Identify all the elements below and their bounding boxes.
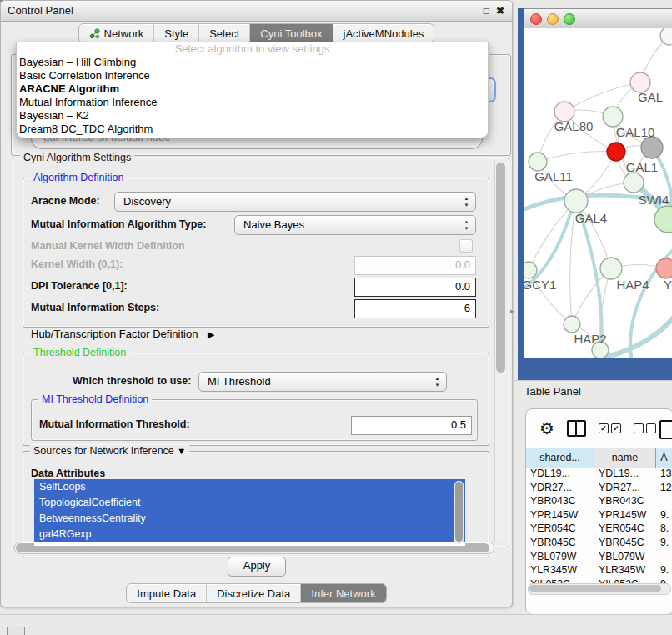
attributes-list-scrollbar[interactable]: [454, 481, 464, 544]
close-window-icon[interactable]: ✖: [496, 1, 504, 21]
table-header[interactable]: shared...nameA: [526, 448, 672, 468]
data-attributes-list[interactable]: SelfLoopsTopologicalCoefficientBetweenne…: [34, 479, 465, 546]
which-threshold-label: Which threshold to use:: [73, 372, 191, 390]
attribute-list-item[interactable]: BetweennessCentrality: [34, 511, 465, 527]
apply-button[interactable]: Apply: [228, 557, 286, 577]
bottom-strip-divider: [0, 614, 672, 615]
settings-vertical-scrollbar[interactable]: [494, 161, 506, 542]
network-edge[interactable]: [538, 152, 616, 162]
algorithm-option[interactable]: ARACNE Algorithm: [17, 82, 488, 96]
table-column-header[interactable]: name: [594, 448, 656, 468]
algorithm-option[interactable]: Mutual Information Inference: [17, 96, 488, 109]
network-node-label: SWI4: [639, 192, 669, 207]
algorithm-option[interactable]: Bayesian – K2: [17, 109, 488, 122]
network-node-topnode[interactable]: [660, 28, 672, 45]
table-row[interactable]: YBR043CYBR043C: [526, 494, 672, 508]
network-node-gal1[interactable]: [607, 142, 625, 161]
sources-group-title[interactable]: Sources for Network Inference ▼: [30, 445, 189, 458]
table-cell: YPR145W: [594, 508, 656, 522]
table-row[interactable]: YBL079WYBL079W: [526, 550, 672, 564]
dpi-tolerance-field[interactable]: 0.0: [354, 278, 476, 297]
threshold-definition-title: Threshold Definition: [30, 347, 129, 359]
network-node-swi4[interactable]: [624, 172, 644, 192]
algorithm-option[interactable]: Basic Correlation Inference: [17, 69, 488, 82]
table-row[interactable]: YPR145WYPR145W9.: [526, 508, 672, 522]
mi-steps-field[interactable]: 6: [354, 299, 476, 318]
network-node-gal4[interactable]: [564, 189, 588, 212]
bottom-tab-impute-data[interactable]: Impute Data: [127, 584, 207, 602]
network-node-hap4[interactable]: [600, 258, 622, 279]
table-hscroll-thumb[interactable]: [529, 585, 661, 592]
unchecked-pair-icon[interactable]: [634, 423, 656, 433]
algorithm-list: Bayesian – Hill ClimbingBasic Correlatio…: [17, 56, 488, 136]
algorithm-option[interactable]: Dream8 DC_TDC Algorithm: [17, 122, 488, 136]
mi-type-value: Naive Bayes: [243, 216, 304, 234]
network-node-hap2[interactable]: [564, 316, 580, 332]
algorithm-option[interactable]: Bayesian – Hill Climbing: [17, 56, 488, 69]
gear-icon[interactable]: ⚙: [539, 418, 554, 438]
float-window-icon[interactable]: □: [484, 1, 489, 21]
mi-threshold-group-title: MI Threshold Definition: [38, 393, 152, 406]
mi-threshold-label: Mutual Information Threshold:: [39, 416, 190, 433]
manual-kernel-checkbox[interactable]: [459, 239, 473, 252]
network-icon: [89, 28, 100, 39]
zoom-traffic-light-icon[interactable]: [564, 13, 575, 25]
attributes-scroll-thumb[interactable]: [455, 482, 463, 542]
mi-threshold-field[interactable]: 0.5: [351, 416, 472, 435]
network-graph: GALGAL80GAL10GAL1GAL11SWI4GAL4GCY1HAP4YH…: [524, 28, 672, 358]
network-node-gal11[interactable]: [529, 152, 547, 171]
kernel-width-field[interactable]: 0.0: [354, 256, 476, 275]
table-row[interactable]: YIL052CYIL052C9: [526, 578, 672, 583]
table-column-header[interactable]: A: [656, 448, 672, 468]
network-node-biggreen[interactable]: [654, 206, 672, 232]
columns-icon[interactable]: [567, 420, 586, 437]
network-node-label: GAL80: [554, 119, 594, 133]
table-rows[interactable]: YDL19...YDL19...13YDR27...YDR27...12YBR0…: [526, 467, 672, 583]
table-row[interactable]: YDR27...YDR27...12: [526, 481, 672, 495]
hub-definition-toggle[interactable]: Hub/Transcription Factor Definition ▶: [31, 328, 214, 340]
bottom-tab-infer-network[interactable]: Infer Network: [301, 584, 385, 602]
network-canvas[interactable]: GALGAL80GAL10GAL1GAL11SWI4GAL4GCY1HAP4YH…: [524, 28, 672, 358]
bottom-tab-discretize-data[interactable]: Discretize Data: [207, 584, 301, 602]
table-horizontal-scrollbar[interactable]: [528, 583, 671, 595]
table-cell: YER054C: [526, 522, 594, 536]
table-column-header[interactable]: shared...: [526, 448, 594, 468]
network-node-gcy1[interactable]: [524, 262, 537, 278]
network-node-label: GCY1: [524, 278, 556, 292]
control-panel-title: Control Panel: [8, 1, 73, 21]
attribute-list-item[interactable]: SelfLoops: [34, 479, 465, 495]
tab-network[interactable]: Network: [79, 24, 155, 42]
table-cell: [656, 550, 672, 564]
table-row[interactable]: YER054CYER054C8.: [526, 522, 672, 536]
mi-type-combobox[interactable]: Naive Bayes ▲▼: [234, 215, 476, 235]
settings-vscroll-thumb[interactable]: [496, 162, 505, 372]
aracne-mode-value: Discovery: [123, 192, 171, 211]
dpi-tolerance-value: 0.0: [355, 278, 470, 295]
aracne-mode-combobox[interactable]: Discovery ▲▼: [114, 192, 476, 212]
table-row[interactable]: YBR045CYBR045C9.: [526, 536, 672, 550]
tab-cyni-toolbox[interactable]: Cyni Toolbox: [250, 24, 333, 42]
tab-style[interactable]: Style: [154, 24, 199, 42]
network-edge-highlighted[interactable]: [600, 308, 672, 358]
tab-jactivemnodules[interactable]: jActiveMNodules: [333, 24, 434, 42]
network-edge[interactable]: [529, 201, 576, 270]
table-row[interactable]: YLR345WYLR345W9.: [526, 563, 672, 578]
panel-splitter-handle[interactable]: ▸: [510, 307, 514, 315]
network-node-salmon1[interactable]: [656, 258, 672, 278]
minimized-panel-icon[interactable]: [7, 627, 25, 635]
network-view-window: GALGAL80GAL10GAL1GAL11SWI4GAL4GCY1HAP4YH…: [518, 8, 672, 380]
which-threshold-combobox[interactable]: MI Threshold ▲▼: [198, 372, 447, 392]
close-traffic-light-icon[interactable]: [530, 13, 542, 25]
algorithm-definition-title: Algorithm Definition: [30, 172, 127, 184]
document-icon[interactable]: [659, 420, 672, 439]
attribute-list-item[interactable]: gal4RGexp: [34, 527, 465, 542]
attribute-list-item[interactable]: TopologicalCoefficient: [34, 495, 465, 511]
tab-select[interactable]: Select: [199, 24, 250, 42]
minimize-traffic-light-icon[interactable]: [547, 13, 559, 25]
table-row[interactable]: YDL19...YDL19...13: [526, 467, 672, 481]
stepper-arrows-icon: ▲▼: [463, 195, 470, 208]
network-node-gray1[interactable]: [641, 137, 663, 158]
network-edge[interactable]: [564, 82, 640, 112]
network-node-gal10[interactable]: [603, 107, 623, 127]
checked-pair-icon[interactable]: ✓✓: [599, 423, 621, 433]
